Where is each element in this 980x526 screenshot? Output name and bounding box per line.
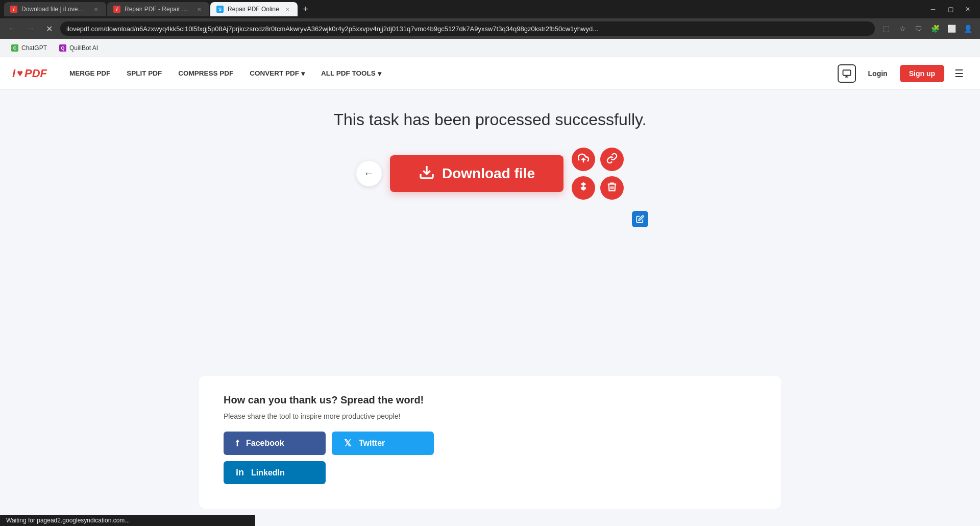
chatgpt-favicon: C [11, 44, 18, 52]
logo-heart-icon: ♥ [17, 67, 23, 79]
forward-nav-button[interactable]: → [23, 21, 38, 36]
dropbox-icon [578, 181, 589, 195]
share-section-wrapper: How can you thank us? Spread the word! P… [0, 376, 980, 526]
desktop-download-icon[interactable] [838, 64, 856, 83]
status-text: Waiting for pagead2.googlesyndication.co… [6, 517, 130, 524]
tab-close-3[interactable]: ✕ [283, 5, 291, 13]
maximize-button[interactable]: ▢ [942, 2, 959, 16]
facebook-icon: f [236, 438, 239, 449]
hamburger-menu-button[interactable]: ☰ [950, 63, 968, 84]
linkedin-share-button[interactable]: in LinkedIn [224, 461, 326, 484]
facebook-label: Facebook [246, 439, 284, 448]
logo[interactable]: I ♥ PDF [12, 67, 47, 80]
minimize-button[interactable]: ─ [925, 2, 941, 16]
nav-right: Login Sign up ☰ [838, 63, 968, 84]
extensions-icon[interactable]: 🧩 [928, 21, 942, 36]
nav-links: MERGE PDF SPLIT PDF COMPRESS PDF CONVERT… [63, 65, 838, 82]
all-tools-dropdown-icon: ▾ [378, 69, 381, 78]
browser-tab-2[interactable]: i Repair PDF - Repair PDF online ✕ [107, 2, 209, 16]
success-message: This task has been processed successfull… [333, 110, 646, 129]
action-row: ← Download file [356, 148, 624, 200]
tab-close-2[interactable]: ✕ [195, 5, 203, 13]
bookmark-chatgpt-label: ChatGPT [21, 44, 47, 52]
linkedin-row: in LinkedIn [224, 461, 756, 484]
twitter-share-button[interactable]: 𝕏 Twitter [332, 432, 434, 455]
download-file-label: Download file [442, 165, 535, 182]
reload-button[interactable]: ✕ [42, 21, 56, 36]
address-input[interactable] [60, 21, 875, 36]
trash-icon [606, 181, 618, 195]
new-tab-button[interactable]: + [299, 2, 313, 16]
share-section: How can you thank us? Spread the word! P… [199, 376, 781, 509]
share-subtitle: Please share the tool to inspire more pr… [224, 412, 756, 420]
bookmark-chatgpt[interactable]: C ChatGPT [6, 42, 52, 54]
top-nav: I ♥ PDF MERGE PDF SPLIT PDF COMPRESS PDF… [0, 57, 980, 90]
bookmark-quillbot-label: QuillBot AI [69, 44, 98, 52]
download-file-button[interactable]: Download file [390, 155, 564, 192]
browser-chrome: i Download file | iLovePDF ✕ i Repair PD… [0, 0, 980, 57]
tab-label-3: Repair PDF Online [228, 6, 279, 13]
signup-button[interactable]: Sign up [900, 65, 944, 82]
browser-tab-1[interactable]: i Download file | iLovePDF ✕ [4, 2, 106, 16]
delete-button[interactable] [600, 176, 624, 200]
google-lens-icon[interactable]: ⬚ [879, 21, 893, 36]
link-icon [606, 153, 618, 166]
svg-rect-0 [843, 70, 850, 76]
linkedin-icon: in [236, 467, 244, 478]
nav-merge-pdf[interactable]: MERGE PDF [63, 65, 116, 81]
side-actions [572, 148, 624, 200]
nav-convert-pdf[interactable]: CONVERT PDF ▾ [243, 65, 311, 82]
back-button[interactable]: ← [356, 161, 382, 186]
side-actions-top-row [572, 148, 624, 171]
address-bar-icons: ⬚ ☆ 🛡 🧩 ⬜ 👤 [879, 21, 975, 36]
shield-icon[interactable]: 🛡 [912, 21, 926, 36]
tab-bar: i Download file | iLovePDF ✕ i Repair PD… [0, 0, 980, 18]
tab-close-1[interactable]: ✕ [92, 5, 100, 13]
tab-favicon-1: i [10, 6, 17, 13]
twitter-icon: 𝕏 [344, 438, 352, 449]
window-controls: ─ ▢ ✕ [925, 2, 976, 16]
logo-i: I [12, 67, 15, 80]
cast-icon[interactable]: ⬜ [944, 21, 959, 36]
tab-favicon-3: S [216, 6, 224, 13]
convert-dropdown-icon: ▾ [301, 69, 305, 78]
bookmark-star-icon[interactable]: ☆ [895, 21, 910, 36]
edit-badge-container [403, 209, 648, 227]
status-bar: Waiting for pagead2.googlesyndication.co… [0, 515, 255, 526]
login-button[interactable]: Login [862, 65, 894, 82]
upload-cloud-icon [578, 153, 589, 166]
tab-favicon-2: i [113, 6, 120, 13]
tab-label-2: Repair PDF - Repair PDF online [125, 6, 191, 13]
share-buttons: f Facebook 𝕏 Twitter [224, 432, 756, 455]
bookmarks-bar: C ChatGPT Q QuillBot AI [0, 39, 980, 57]
nav-split-pdf[interactable]: SPLIT PDF [120, 65, 168, 81]
bookmark-quillbot[interactable]: Q QuillBot AI [54, 42, 103, 54]
back-arrow-icon: ← [363, 167, 375, 180]
logo-pdf: PDF [24, 67, 47, 80]
close-window-button[interactable]: ✕ [960, 2, 976, 16]
upload-cloud-button[interactable] [572, 148, 595, 171]
edit-badge-button[interactable] [632, 211, 648, 227]
browser-tab-3[interactable]: S Repair PDF Online ✕ [210, 2, 298, 16]
nav-all-tools[interactable]: ALL PDF TOOLS ▾ [315, 65, 387, 82]
dropbox-button[interactable] [572, 176, 595, 200]
facebook-share-button[interactable]: f Facebook [224, 432, 326, 455]
share-title: How can you thank us? Spread the word! [224, 394, 756, 406]
profile-icon[interactable]: 👤 [961, 21, 975, 36]
quillbot-favicon: Q [59, 44, 66, 52]
twitter-label: Twitter [359, 439, 385, 448]
nav-compress-pdf[interactable]: COMPRESS PDF [172, 65, 239, 81]
main-area: This task has been processed successfull… [0, 90, 980, 376]
side-actions-bottom-row [572, 176, 624, 200]
tab-label-1: Download file | iLovePDF [21, 6, 88, 13]
page-content: I ♥ PDF MERGE PDF SPLIT PDF COMPRESS PDF… [0, 57, 980, 526]
address-bar: ← → ✕ ⬚ ☆ 🛡 🧩 ⬜ 👤 [0, 18, 980, 39]
download-arrow-icon [419, 164, 435, 184]
back-nav-button[interactable]: ← [5, 21, 19, 36]
linkedin-label: LinkedIn [251, 468, 285, 477]
copy-link-button[interactable] [600, 148, 624, 171]
